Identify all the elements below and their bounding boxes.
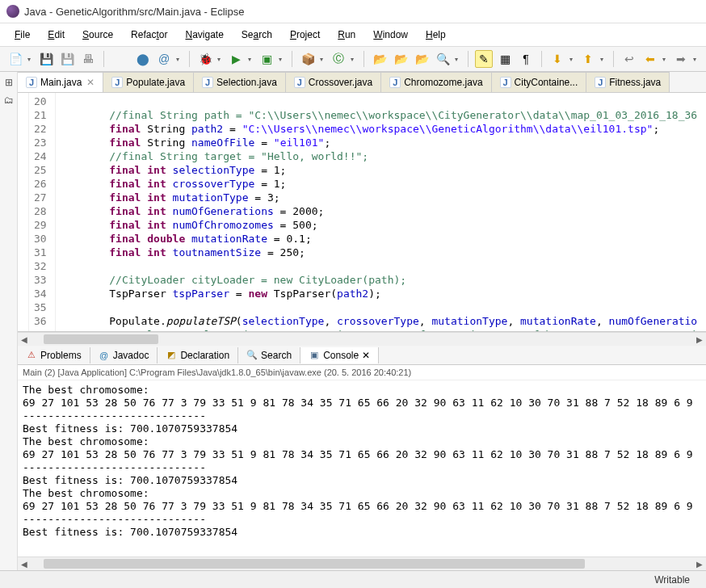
tab-label: Chromozome.java (404, 77, 482, 88)
console-horizontal-scrollbar[interactable]: ◀ ▶ (18, 556, 706, 570)
scroll-left-icon[interactable]: ◀ (18, 560, 31, 569)
skip-breakpoints-button[interactable]: ⬤ (134, 50, 152, 68)
save-all-button[interactable]: 💾 (58, 50, 76, 68)
console-icon: ▣ (309, 350, 320, 361)
view-tab-label: Search (261, 350, 292, 361)
search-icon: 🔍 (246, 350, 258, 361)
view-tab-problems[interactable]: ⚠Problems (18, 347, 90, 363)
tab-label: CityContaine... (515, 77, 578, 88)
editor-tab-crossover-java[interactable]: JCrossover.java (286, 72, 381, 92)
new-package-button[interactable]: 📦 (299, 50, 317, 68)
left-trim-bar: ⊞ 🗂 (0, 72, 18, 570)
eclipse-icon (6, 5, 19, 18)
javadoc-icon: @ (99, 350, 110, 361)
scroll-right-icon[interactable]: ▶ (693, 560, 706, 569)
package-explorer-icon[interactable]: 🗂 (4, 94, 14, 106)
view-tab-javadoc[interactable]: @Javadoc (90, 347, 158, 363)
dropdown-icon[interactable]: ▾ (455, 56, 461, 63)
code-area[interactable]: //final String path = "C:\\Users\\nemec\… (56, 93, 706, 331)
last-edit-button[interactable]: ↩ (620, 50, 638, 68)
dropdown-icon[interactable]: ▾ (662, 56, 669, 63)
line-number-ruler: 202122232425262728293031323334353637 (29, 93, 56, 331)
dropdown-icon[interactable]: ▾ (693, 56, 700, 63)
dropdown-icon[interactable]: ▾ (176, 56, 183, 63)
view-tab-declaration[interactable]: ◩Declaration (158, 347, 238, 363)
view-tab-label: Javadoc (113, 350, 149, 361)
console-process-info: Main (2) [Java Application] C:\Program F… (18, 365, 706, 380)
search-button[interactable]: 🔍 (434, 50, 452, 68)
next-annotation-button[interactable]: ⬇ (548, 50, 566, 68)
console-output[interactable]: The best chromosome: 69 27 101 53 28 50 … (18, 380, 706, 556)
toggle-mark-button[interactable]: ✎ (475, 50, 493, 68)
menu-file[interactable]: File (6, 27, 38, 43)
menu-project[interactable]: Project (282, 27, 328, 43)
dropdown-icon[interactable]: ▾ (27, 56, 34, 63)
menu-window[interactable]: Window (365, 27, 416, 43)
view-tab-label: Console (323, 350, 359, 361)
window-title: Java - GeneticAlgorithm/src/Main.java - … (24, 6, 244, 18)
folding-ruler[interactable] (18, 93, 29, 331)
view-tab-label: Problems (40, 350, 82, 361)
editor-tab-populate-java[interactable]: JPopulate.java (103, 72, 194, 92)
toggle-block-button[interactable]: ▦ (496, 50, 514, 68)
menu-bar: FileEditSourceRefactorNavigateSearchProj… (0, 23, 706, 47)
scroll-left-icon[interactable]: ◀ (18, 335, 31, 344)
java-file-icon: J (389, 77, 401, 88)
forward-button[interactable]: ➡ (672, 50, 690, 68)
close-icon[interactable]: ✕ (86, 77, 95, 88)
editor-tab-citycontaine-[interactable]: JCityContaine... (492, 72, 587, 92)
menu-help[interactable]: Help (418, 27, 454, 43)
separator (292, 51, 292, 67)
editor-tab-chromozome-java[interactable]: JChromozome.java (381, 72, 491, 92)
menu-navigate[interactable]: Navigate (177, 27, 231, 43)
separator (103, 51, 104, 67)
run-button[interactable]: ▶ (227, 50, 245, 68)
new-button[interactable]: 📄 (6, 50, 24, 68)
view-tab-label: Declaration (180, 350, 229, 361)
tab-label: Fitness.java (609, 77, 661, 88)
status-bar: Writable (0, 570, 706, 588)
editor-tab-fitness-java[interactable]: JFitness.java (586, 72, 670, 92)
print-button[interactable]: 🖶 (79, 50, 97, 68)
separator (613, 51, 614, 67)
editor-tab-main-java[interactable]: JMain.java✕ (18, 72, 103, 92)
dropdown-icon[interactable]: ▾ (279, 56, 285, 63)
dropdown-icon[interactable]: ▾ (248, 56, 254, 63)
java-file-icon: J (500, 77, 511, 88)
close-icon[interactable]: ✕ (362, 350, 370, 361)
save-button[interactable]: 💾 (37, 50, 55, 68)
declaration-icon: ◩ (166, 350, 177, 361)
open-task-button[interactable]: 📂 (392, 50, 410, 68)
prev-annotation-button[interactable]: ⬆ (579, 50, 597, 68)
dropdown-icon[interactable]: ▾ (569, 56, 576, 63)
dropdown-icon[interactable]: ▾ (351, 56, 357, 63)
restore-view-icon[interactable]: ⊞ (5, 77, 13, 88)
open-resource-button[interactable]: 📂 (413, 50, 431, 68)
separator (468, 51, 469, 67)
run-last-button[interactable]: ▣ (258, 50, 275, 68)
code-editor[interactable]: 202122232425262728293031323334353637 //f… (18, 93, 706, 332)
dropdown-icon[interactable]: ▾ (600, 56, 607, 63)
editor-horizontal-scrollbar[interactable]: ◀ ▶ (18, 332, 706, 346)
menu-run[interactable]: Run (330, 27, 364, 43)
show-whitespace-button[interactable]: ¶ (517, 50, 535, 68)
view-tab-bar: ⚠Problems@Javadoc◩Declaration🔍Search▣Con… (18, 346, 706, 365)
view-tab-search[interactable]: 🔍Search (238, 347, 300, 363)
tab-label: Populate.java (126, 77, 185, 88)
menu-search[interactable]: Search (233, 27, 280, 43)
back-button[interactable]: ⬅ (641, 50, 659, 68)
dropdown-icon[interactable]: ▾ (320, 56, 326, 63)
editor-tab-selection-java[interactable]: JSelection.java (194, 72, 286, 92)
editor-tab-bar: JMain.java✕JPopulate.javaJSelection.java… (18, 72, 706, 93)
menu-edit[interactable]: Edit (40, 27, 73, 43)
view-tab-console[interactable]: ▣Console ✕ (300, 347, 379, 363)
debug-button[interactable]: 🐞 (196, 50, 214, 68)
java-file-icon: J (202, 77, 213, 88)
menu-refactor[interactable]: Refactor (123, 27, 175, 43)
new-class-button[interactable]: Ⓒ (330, 50, 347, 68)
menu-source[interactable]: Source (74, 27, 121, 43)
dropdown-icon[interactable]: ▾ (217, 56, 224, 63)
open-type-button[interactable]: 📂 (371, 50, 389, 68)
annotation-button[interactable]: @ (155, 50, 173, 68)
scroll-right-icon[interactable]: ▶ (693, 335, 706, 344)
